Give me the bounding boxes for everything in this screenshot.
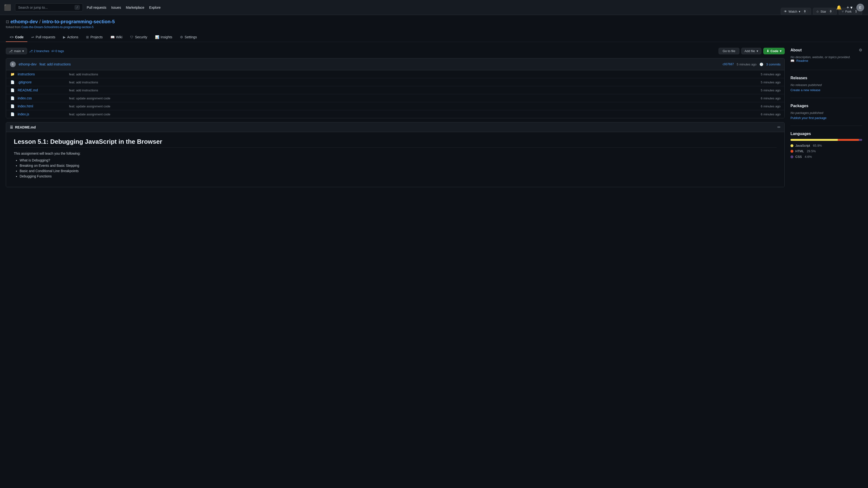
html-lang-name: HTML	[795, 149, 804, 153]
commit-hash-link[interactable]: c937687	[723, 62, 734, 66]
branch-count-icon: ⎇	[29, 49, 33, 53]
branch-name: main	[14, 49, 21, 53]
file-commit-cell: feat: update assignment code	[69, 105, 758, 108]
file-commit-cell: feat: update assignment code	[69, 113, 758, 116]
tab-actions[interactable]: ▶ Actions	[59, 33, 82, 42]
file-link[interactable]: .gitignore	[18, 80, 32, 84]
branch-selector[interactable]: ⎇ main ▾	[6, 48, 27, 54]
star-label: Star	[820, 10, 826, 13]
releases-header: Releases	[790, 76, 862, 80]
readme-content: Lesson 5.1: Debugging JavaScript in the …	[6, 132, 784, 187]
new-item-button[interactable]: + ▾	[845, 4, 854, 11]
create-release-link[interactable]: Create a new release	[790, 88, 862, 92]
notifications-button[interactable]: 🔔	[835, 4, 843, 11]
star-button[interactable]: ☆ Star 0	[813, 8, 837, 15]
tab-pull-requests[interactable]: ⇌ Pull requests	[27, 33, 59, 42]
about-title: About	[790, 48, 802, 52]
file-icon: 📄	[10, 112, 15, 116]
file-link[interactable]: index.css	[18, 96, 32, 100]
commit-time: 5 minutes ago	[737, 62, 756, 66]
file-table: E ethomp-dev feat: add instructions c937…	[6, 58, 785, 118]
table-row: 📄 index.html feat: update assignment cod…	[6, 102, 784, 110]
code-dropdown-button[interactable]: ⬇ Code ▾	[763, 48, 785, 54]
tags-link[interactable]: 🏷 0 tags	[51, 49, 64, 53]
tab-settings[interactable]: ⚙ Settings	[176, 33, 201, 42]
watch-dropdown-icon: ▾	[799, 10, 800, 13]
fork-source-link[interactable]: Code-the-Dream-School/intro-to-programmi…	[21, 25, 94, 29]
about-section: About ⚙ No description, website, or topi…	[790, 48, 862, 70]
topnav-marketplace[interactable]: Marketplace	[126, 6, 144, 9]
readme-link[interactable]: Readme	[796, 59, 808, 62]
readme-title: ☰ README.md	[10, 125, 36, 129]
commit-message-link[interactable]: feat: add instructions	[39, 62, 71, 66]
table-row: 📄 index.css feat: update assignment code…	[6, 94, 784, 102]
packages-section: Packages No packages published Publish y…	[790, 104, 862, 126]
readme-edit-button[interactable]: ✏	[777, 125, 780, 130]
tab-insights[interactable]: 📊 Insights	[151, 33, 176, 42]
repo-icon: ⊡	[6, 20, 9, 24]
repo-owner-link[interactable]: ethomp-dev	[10, 19, 38, 25]
packages-header: Packages	[790, 104, 862, 108]
top-nav: ⬛ Search or jump to... / Pull requests I…	[0, 0, 868, 15]
search-input[interactable]: Search or jump to... /	[15, 3, 83, 11]
language-item-js: JavaScript 65.9%	[790, 144, 862, 147]
repo-name-link[interactable]: intro-to-programming-section-5	[42, 19, 115, 25]
goto-file-button[interactable]: Go to file	[718, 48, 739, 54]
commits-count: 3 commits	[766, 62, 780, 66]
html-dot	[790, 150, 794, 153]
file-commit-cell: feat: add instructions	[69, 88, 758, 92]
tab-code[interactable]: <> Code	[6, 33, 27, 42]
main-content: ⎇ main ▾ ⎇ 2 branches 🏷 0 tags Go to fil…	[0, 42, 868, 187]
code-tab-icon: <>	[10, 35, 13, 39]
tab-projects[interactable]: ⊞ Projects	[82, 33, 106, 42]
topnav-pull-requests[interactable]: Pull requests	[87, 6, 106, 9]
security-tab-icon: 🛡	[130, 35, 133, 39]
readme-list-icon: ☰	[10, 125, 13, 129]
file-icon: 📄	[10, 96, 15, 100]
watch-button[interactable]: 👁 Watch ▾ 0	[781, 8, 811, 15]
publish-package-link[interactable]: Publish your first package	[790, 116, 862, 120]
branches-count: 2 branches	[34, 49, 49, 53]
branches-link[interactable]: ⎇ 2 branches	[29, 49, 49, 53]
eye-icon: 👁	[784, 10, 787, 13]
topnav-issues[interactable]: Issues	[111, 6, 121, 9]
file-commit-link[interactable]: feat: update assignment code	[69, 113, 111, 116]
user-avatar[interactable]: E	[856, 4, 864, 11]
languages-section: Languages JavaScript 65.9% HTML 29.5%	[790, 132, 862, 164]
star-icon: ☆	[816, 10, 819, 13]
table-row: 📄 index.js feat: update assignment code …	[6, 110, 784, 118]
breadcrumb-slash: /	[39, 19, 41, 25]
css-lang-pct: 4.6%	[805, 155, 812, 159]
add-file-button[interactable]: Add file ▾	[741, 48, 761, 54]
file-icon: 📄	[10, 104, 15, 108]
list-item: What is Debugging?	[20, 158, 777, 162]
file-commit-link[interactable]: feat: add instructions	[69, 88, 98, 92]
languages-header: Languages	[790, 132, 862, 136]
tab-wiki-label: Wiki	[116, 35, 122, 39]
tab-wiki[interactable]: 📖 Wiki	[106, 33, 126, 42]
branch-bar-left: ⎇ main ▾ ⎇ 2 branches 🏷 0 tags	[6, 48, 64, 54]
tab-security[interactable]: 🛡 Security	[126, 33, 151, 42]
branch-bar: ⎇ main ▾ ⎇ 2 branches 🏷 0 tags Go to fil…	[6, 48, 785, 54]
commit-author-link[interactable]: ethomp-dev	[19, 62, 37, 66]
js-lang-pct: 65.9%	[813, 144, 822, 147]
file-commit-link[interactable]: feat: update assignment code	[69, 105, 111, 108]
topnav-explore[interactable]: Explore	[149, 6, 161, 9]
file-commit-link[interactable]: feat: add instructions	[69, 81, 98, 84]
file-link[interactable]: index.js	[18, 112, 29, 116]
list-item: Breaking on Events and Basic Stepping	[20, 164, 777, 168]
file-link[interactable]: instructions	[18, 72, 35, 76]
list-item: Debugging Functions	[20, 174, 777, 178]
latest-commit-row: E ethomp-dev feat: add instructions c937…	[6, 58, 784, 70]
file-commit-link[interactable]: feat: update assignment code	[69, 96, 111, 100]
file-link[interactable]: index.html	[18, 104, 33, 108]
js-dot	[790, 144, 794, 147]
commits-count-link[interactable]: 3 commits	[766, 62, 780, 66]
readme-intro: This assignment will teach you the follo…	[14, 151, 777, 155]
tags-count: 0 tags	[56, 49, 64, 53]
repo-header: 👁 Watch ▾ 0 ☆ Star 0 ⑂ Fork 1 ⊡ ethomp-d…	[0, 15, 868, 29]
file-link[interactable]: README.md	[18, 88, 38, 92]
about-settings-button[interactable]: ⚙	[859, 48, 862, 52]
language-bar	[790, 139, 862, 141]
file-commit-link[interactable]: feat: add instructions	[69, 73, 98, 76]
